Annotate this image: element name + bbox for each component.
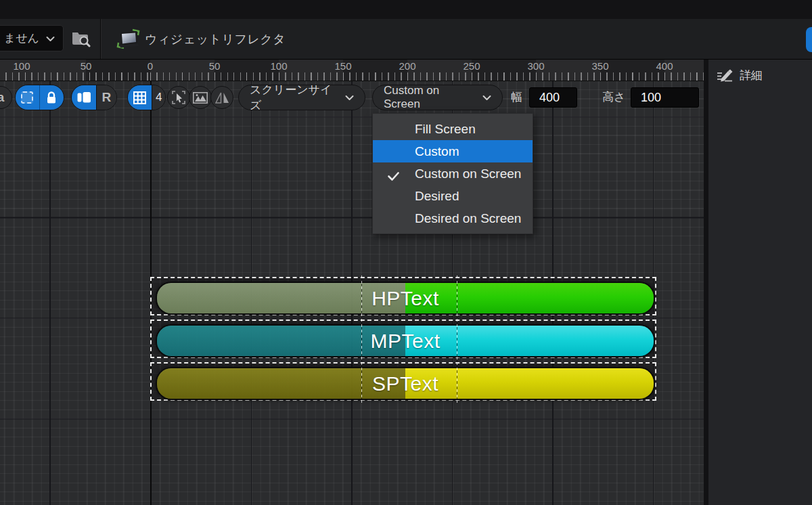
chevron-down-icon (482, 91, 491, 104)
ruler-number: 350 (591, 60, 608, 72)
outline-mode-pill: R (71, 85, 117, 110)
screen-size-dropdown[interactable]: スクリーンサイズ (238, 85, 365, 110)
screen-size-label: スクリーンサイズ (250, 85, 337, 110)
progressbar-text: SPText (157, 368, 654, 399)
progressbar-selection[interactable]: MPText (150, 320, 656, 358)
ruler-number: 300 (527, 60, 544, 72)
widget-designer-window: ません ウィジェットリフレク (0, 0, 812, 505)
ruler-number: 150 (334, 60, 351, 72)
chevron-down-icon (46, 32, 55, 45)
lock-button[interactable] (39, 85, 64, 110)
details-panel: 詳細 (708, 60, 812, 505)
progressbar-text: HPText (157, 283, 654, 313)
clipped-left-button-label: a (0, 90, 4, 105)
ruler-number: 400 (656, 60, 673, 72)
ruler-number: 250 (463, 60, 480, 72)
height-label: 高さ (602, 85, 625, 110)
size-mode-menu-item[interactable]: Custom on Screen (373, 162, 533, 185)
menu-item-label: Fill Screen (415, 122, 476, 137)
toolbar-separator (100, 19, 101, 59)
design-canvas[interactable]: 10050050100150200250300350400 HPText MPT… (0, 60, 704, 505)
clipped-left-button[interactable]: a (0, 86, 12, 109)
width-input[interactable] (529, 87, 577, 108)
anchor-lock-pill (15, 85, 64, 110)
main-toolbar: ません ウィジェットリフレク (0, 19, 812, 60)
progressbar-selection[interactable]: HPText (150, 277, 656, 315)
grid-snap-size-value: 4 (156, 91, 162, 104)
dashed-selection-icon (21, 91, 33, 104)
width-label: 幅 (511, 85, 522, 110)
grid-snap-size[interactable]: 4 (152, 85, 165, 110)
flip-icon (215, 92, 229, 104)
height-input[interactable] (631, 87, 699, 108)
lock-icon (46, 91, 57, 104)
image-icon (193, 92, 208, 104)
details-title: 詳細 (740, 68, 763, 83)
size-mode-menu-item[interactable]: Desired (373, 185, 533, 207)
progressbar-selection[interactable]: SPText (150, 362, 656, 401)
window-top-strip (0, 0, 812, 19)
horizontal-ruler: 10050050100150200250300350400 (0, 60, 704, 81)
grid-snap-button[interactable] (128, 85, 152, 110)
panel-divider[interactable] (704, 60, 708, 505)
top-right-clipped-button[interactable] (806, 27, 812, 52)
folder-search-icon[interactable] (70, 28, 93, 49)
size-mode-menu-item[interactable]: Desired on Screen (373, 207, 533, 229)
ruler-number: 0 (148, 60, 153, 72)
size-mode-value: Custom on Screen (384, 85, 474, 110)
designer-toolbar: a (0, 85, 704, 110)
ruler-number: 50 (81, 60, 92, 72)
progressbar[interactable]: SPText (156, 367, 655, 400)
menu-item-label: Custom on Screen (415, 167, 521, 181)
widget-outlines-button[interactable] (72, 85, 96, 110)
menu-item-label: Desired on Screen (415, 211, 521, 226)
details-header: 詳細 (717, 68, 763, 83)
progressbar[interactable]: HPText (156, 282, 655, 315)
ruler-number: 100 (13, 60, 30, 72)
widget-reflector-icon (116, 28, 141, 53)
menu-item-label: Desired (415, 189, 459, 204)
check-icon (388, 169, 399, 184)
select-mode-button[interactable] (167, 86, 190, 109)
size-mode-menu: Fill Screen Custom Custom on Screen Desi… (372, 113, 533, 234)
progressbar-text: MPText (157, 326, 654, 356)
flip-preview-button[interactable] (210, 86, 233, 109)
asset-dropdown[interactable]: ません (0, 25, 64, 51)
chevron-down-icon (345, 91, 354, 104)
details-pencil-icon (717, 69, 733, 83)
menu-item-label: Custom (415, 144, 459, 159)
grid-snap-pill: 4 (127, 85, 166, 110)
ruler-ticks (0, 72, 704, 81)
ruler-number: 200 (399, 60, 415, 72)
select-widgets-button[interactable] (16, 85, 39, 110)
asset-dropdown-label: ません (4, 30, 39, 46)
ruler-number: 50 (209, 60, 221, 72)
reflector-tab-title[interactable]: ウィジェットリフレクタ (145, 19, 286, 60)
size-mode-menu-item[interactable]: Fill Screen (373, 118, 533, 140)
text-widget-right-guide (457, 276, 457, 403)
image-preview-button[interactable] (189, 86, 212, 109)
cursor-select-icon (171, 90, 186, 105)
respect-locks-label: R (102, 90, 112, 105)
size-mode-dropdown[interactable]: Custom on Screen (372, 85, 503, 110)
outlines-icon (77, 92, 91, 103)
size-mode-menu-item[interactable]: Custom (373, 140, 533, 162)
progressbar[interactable]: MPText (156, 324, 655, 357)
text-widget-left-guide (361, 276, 362, 403)
ruler-number: 100 (270, 60, 287, 72)
grid-icon (133, 91, 146, 104)
respect-locks-button[interactable]: R (96, 85, 116, 110)
